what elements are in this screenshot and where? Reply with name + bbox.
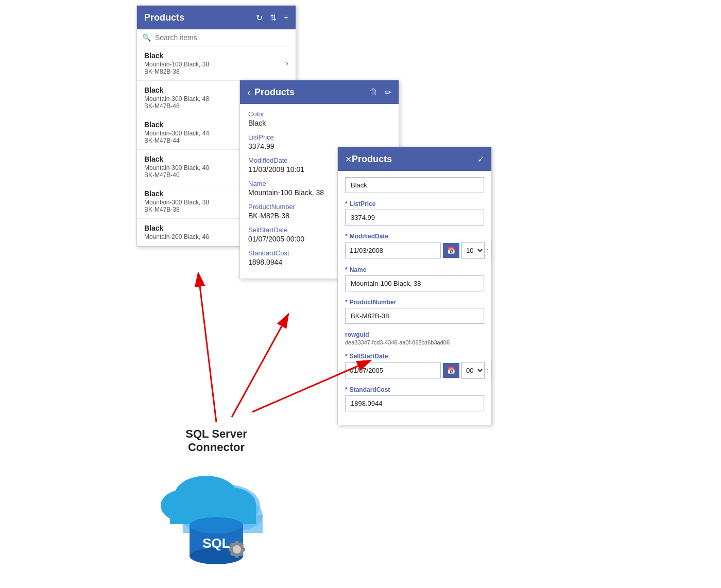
list-item[interactable]: Black Mountain-100 Black, 38 BK-M82B-38 … <box>137 46 296 81</box>
detail-header-icons: 🗑 ✏ <box>369 88 391 97</box>
sql-label-line1: SQL Server <box>185 427 247 440</box>
sql-cloud-svg: SQL <box>144 459 288 567</box>
productnumber-label: * ProductNumber <box>345 299 484 306</box>
list-item-sub1: Mountain-100 Black, 38 <box>144 61 286 68</box>
edit-field-color <box>345 177 484 193</box>
svg-point-15 <box>190 517 243 533</box>
detail-panel-title: Products <box>254 87 369 98</box>
edit-field-name: * Name <box>345 266 484 291</box>
panel-edit: ✕ Products ✓ * ListPrice * ModifiedDate … <box>337 147 492 425</box>
modifieddate-minute-select[interactable]: 01 <box>491 242 491 259</box>
detail-value-color: Black <box>248 119 390 127</box>
close-icon[interactable]: ✕ <box>345 154 352 164</box>
name-label: * Name <box>345 266 484 273</box>
time-colon: : <box>487 247 489 255</box>
edit-field-sellstartdate: * SellStartDate 📅 00 : 00 <box>345 353 484 379</box>
listprice-label-text: ListPrice <box>350 200 376 207</box>
rowguid-label: rowguid <box>345 331 484 338</box>
sql-section: SQL Server Connector SQL <box>118 427 314 567</box>
detail-field-color: Color Black <box>248 110 390 127</box>
name-input[interactable] <box>345 275 484 291</box>
required-star: * <box>345 386 348 393</box>
modifieddate-hour-select[interactable]: 10 <box>461 242 485 259</box>
name-label-text: Name <box>350 266 367 273</box>
standardcost-input[interactable] <box>345 395 484 411</box>
svg-text:SQL: SQL <box>202 535 230 551</box>
standardcost-label-text: StandardCost <box>350 386 390 393</box>
search-icon: 🔍 <box>142 33 151 42</box>
productnumber-input[interactable] <box>345 308 484 324</box>
list-header-icons: ↻ ⇅ + <box>256 13 288 23</box>
sort-icon[interactable]: ⇅ <box>270 13 277 23</box>
modifieddate-label-text: ModifiedDate <box>350 233 388 240</box>
required-star: * <box>345 233 348 240</box>
edit-field-productnumber: * ProductNumber <box>345 299 484 324</box>
list-panel-header: Products ↻ ⇅ + <box>137 6 296 29</box>
required-star: * <box>345 353 348 360</box>
edit-panel-header: ✕ Products ✓ <box>338 147 491 171</box>
svg-rect-19 <box>235 541 238 544</box>
modifieddate-date-input[interactable] <box>345 243 441 258</box>
list-panel-title: Products <box>144 12 256 23</box>
edit-field-standardcost: * StandardCost <box>345 386 484 411</box>
sql-label-line2: Connector <box>188 441 245 454</box>
required-star: * <box>345 299 348 306</box>
sellstartdate-label-text: SellStartDate <box>350 353 388 360</box>
modifieddate-row: 📅 10 : 01 <box>345 242 484 259</box>
svg-line-1 <box>198 273 216 422</box>
svg-point-18 <box>233 545 241 554</box>
standardcost-label: * StandardCost <box>345 386 484 393</box>
color-input[interactable] <box>345 177 484 193</box>
listprice-label: * ListPrice <box>345 200 484 207</box>
edit-body: * ListPrice * ModifiedDate 📅 10 : 01 <box>338 171 491 425</box>
chevron-right-icon: › <box>286 59 288 68</box>
confirm-icon[interactable]: ✓ <box>477 154 484 164</box>
svg-rect-23 <box>235 555 238 558</box>
detail-panel-header: ‹ Products 🗑 ✏ <box>240 80 399 104</box>
required-star: * <box>345 266 348 273</box>
edit-field-modifieddate: * ModifiedDate 📅 10 : 01 <box>345 233 484 259</box>
edit-field-rowguid: rowguid dea33347-fcd3-4346-aa0f-068cd6b3… <box>345 331 484 345</box>
edit-icon[interactable]: ✏ <box>385 88 391 97</box>
listprice-input[interactable] <box>345 210 484 226</box>
modifieddate-calendar-button[interactable]: 📅 <box>443 243 459 258</box>
delete-icon[interactable]: 🗑 <box>369 88 377 97</box>
list-item-content: Black Mountain-100 Black, 38 BK-M82B-38 <box>144 51 286 75</box>
sellstartdate-label: * SellStartDate <box>345 353 484 360</box>
sellstartdate-row: 📅 00 : 00 <box>345 362 484 379</box>
svg-rect-25 <box>229 548 232 551</box>
sellstartdate-date-input[interactable] <box>345 362 441 378</box>
svg-line-2 <box>232 314 288 417</box>
search-bar: 🔍 <box>137 29 296 46</box>
rowguid-value: dea33347-fcd3-4346-aa0f-068cd6b3ad06 <box>345 339 484 345</box>
detail-label-listprice: ListPrice <box>248 133 390 141</box>
add-icon[interactable]: + <box>284 13 288 22</box>
sql-connector-label: SQL Server Connector <box>185 427 247 454</box>
edit-panel-title: Products <box>352 154 477 165</box>
sellstartdate-minute-select[interactable]: 00 <box>491 362 491 379</box>
sellstartdate-calendar-button[interactable]: 📅 <box>443 363 459 378</box>
time-colon: : <box>487 367 489 375</box>
modifieddate-label: * ModifiedDate <box>345 233 484 240</box>
list-item-sub2: BK-M82B-38 <box>144 68 286 75</box>
sellstartdate-hour-select[interactable]: 00 <box>461 362 485 379</box>
back-button[interactable]: ‹ <box>247 87 250 98</box>
detail-label-color: Color <box>248 110 390 118</box>
list-item-title: Black <box>144 51 286 60</box>
refresh-icon[interactable]: ↻ <box>256 13 263 23</box>
edit-field-listprice: * ListPrice <box>345 200 484 226</box>
productnumber-label-text: ProductNumber <box>350 299 397 306</box>
search-input[interactable] <box>155 33 290 42</box>
svg-rect-21 <box>242 548 245 551</box>
required-star: * <box>345 200 348 207</box>
